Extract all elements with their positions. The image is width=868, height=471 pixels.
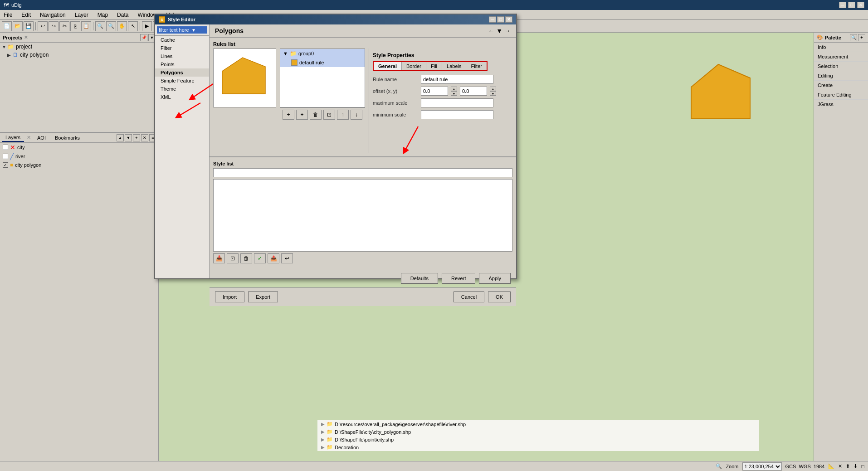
- layer-check-city[interactable]: [3, 145, 8, 150]
- tab-general[interactable]: General: [374, 62, 402, 70]
- filter-input-wrap[interactable]: ▼: [157, 26, 207, 34]
- offset-x-input[interactable]: [421, 87, 448, 96]
- nav-filter[interactable]: Filter: [155, 44, 209, 52]
- tab-aoi[interactable]: AOI: [34, 134, 49, 141]
- rule-name-input[interactable]: [421, 75, 493, 84]
- layer-add-btn[interactable]: +: [133, 134, 140, 141]
- revert-btn[interactable]: Revert: [442, 273, 475, 284]
- rule-dup-btn[interactable]: ⊡: [323, 110, 335, 120]
- toolbar-select[interactable]: ↖: [128, 21, 138, 31]
- rule-add-btn[interactable]: +: [296, 110, 308, 120]
- tab-bookmarks[interactable]: Bookmarks: [51, 134, 83, 141]
- palette-measurement[interactable]: Measurement: [814, 52, 868, 62]
- toolbar-save[interactable]: 💾: [24, 21, 34, 31]
- minimize-btn[interactable]: ─: [839, 2, 846, 8]
- rule-del-btn[interactable]: 🗑: [310, 110, 322, 120]
- rule-add-group-btn[interactable]: +: [283, 110, 294, 120]
- toolbar-undo[interactable]: ↩: [38, 21, 48, 31]
- spin-y-down[interactable]: ▼: [490, 91, 496, 96]
- menu-edit[interactable]: Edit: [20, 11, 33, 19]
- toolbar-play[interactable]: ▶: [142, 21, 152, 31]
- min-scale-input[interactable]: [421, 110, 493, 119]
- style-apply-btn[interactable]: ✓: [254, 253, 266, 263]
- menu-map[interactable]: Map: [96, 11, 110, 19]
- layer-check-city-polygon[interactable]: ✓: [3, 162, 8, 168]
- tree-project-root[interactable]: ▼ 📁 project: [0, 43, 158, 51]
- spin-up[interactable]: ▲: [451, 87, 457, 91]
- style-import-btn[interactable]: 📥: [213, 253, 225, 263]
- defaults-btn[interactable]: Defaults: [401, 273, 438, 284]
- spin-y-up[interactable]: ▲: [490, 87, 496, 91]
- apply-btn[interactable]: Apply: [479, 273, 511, 284]
- offset-y-spin[interactable]: ▲ ▼: [490, 87, 496, 96]
- style-reset-btn[interactable]: ↩: [281, 253, 293, 263]
- spin-down[interactable]: ▼: [451, 91, 457, 96]
- palette-editing[interactable]: Editing: [814, 71, 868, 81]
- rule-tree[interactable]: ▼ 📁 group0 default rule: [280, 49, 365, 107]
- palette-create[interactable]: Create: [814, 81, 868, 90]
- rule-down-btn[interactable]: ↓: [351, 110, 362, 120]
- tab-border[interactable]: Border: [402, 62, 426, 70]
- palette-info[interactable]: Info: [814, 43, 868, 52]
- forward-icon[interactable]: →: [504, 27, 511, 34]
- menu-file[interactable]: File: [2, 11, 14, 19]
- tab-layers[interactable]: Layers: [2, 134, 24, 142]
- maximize-btn[interactable]: □: [848, 2, 855, 8]
- nav-theme[interactable]: Theme: [155, 85, 209, 93]
- toolbar-zoom-out[interactable]: 🔍: [106, 21, 116, 31]
- toolbar-new[interactable]: 📄: [2, 21, 12, 31]
- toolbar-open[interactable]: 📂: [13, 21, 23, 31]
- nav-xml[interactable]: XML: [155, 93, 209, 101]
- import-btn[interactable]: Import: [215, 291, 244, 302]
- rule-up-btn[interactable]: ↑: [337, 110, 349, 120]
- toolbar-copy[interactable]: ⎘: [70, 21, 80, 31]
- dialog-maximize-btn[interactable]: □: [497, 16, 504, 23]
- offset-x-spin[interactable]: ▲ ▼: [451, 87, 457, 96]
- palette-jgrass[interactable]: JGrass: [814, 100, 868, 109]
- file-item-river[interactable]: ▶ 📁 D:\resources\overall_package\geoserv…: [317, 420, 759, 428]
- menu-navigation[interactable]: Navigation: [38, 11, 68, 19]
- toolbar-redo[interactable]: ↪: [49, 21, 59, 31]
- max-scale-input[interactable]: [421, 98, 493, 107]
- nav-simple-feature[interactable]: Simple Feature: [155, 77, 209, 85]
- style-list-input[interactable]: [213, 168, 512, 177]
- menu-data[interactable]: Data: [115, 11, 130, 19]
- projects-pin-btn[interactable]: 📌: [140, 34, 147, 41]
- toolbar-paste[interactable]: 📋: [81, 21, 91, 31]
- layer-down-btn[interactable]: ▼: [125, 134, 132, 141]
- rule-default[interactable]: default rule: [280, 58, 365, 67]
- palette-add-btn[interactable]: +: [858, 34, 865, 41]
- rule-group0[interactable]: ▼ 📁 group0: [280, 49, 365, 58]
- file-item-decoration[interactable]: ▶ 📁 Decoration: [317, 443, 759, 451]
- ok-btn[interactable]: OK: [488, 291, 511, 302]
- toolbar-cut[interactable]: ✂: [59, 21, 69, 31]
- menu-layer[interactable]: Layer: [73, 11, 90, 19]
- filter-input[interactable]: [159, 27, 190, 33]
- tab-fill[interactable]: Fill: [426, 62, 442, 70]
- layer-check-river[interactable]: [3, 154, 8, 159]
- style-export-btn[interactable]: 📤: [268, 253, 279, 263]
- file-item-city-polygon[interactable]: ▶ 📁 D:\ShapeFile\city\city_polygon.shp: [317, 428, 759, 436]
- file-item-point-city[interactable]: ▶ 📁 D:\ShapeFile\point\city.shp: [317, 436, 759, 443]
- palette-selection[interactable]: Selection: [814, 62, 868, 71]
- nav-polygons[interactable]: Polygons: [155, 68, 209, 77]
- nav-cache[interactable]: Cache: [155, 36, 209, 44]
- offset-y-input[interactable]: [460, 87, 487, 96]
- export-btn[interactable]: Export: [248, 291, 278, 302]
- dialog-minimize-btn[interactable]: ─: [489, 16, 496, 23]
- style-dup-btn[interactable]: ⊡: [227, 253, 239, 263]
- style-editor-dialog[interactable]: S Style Editor ─ □ ✕ ▼ Cache Filter: [154, 14, 517, 279]
- back-icon[interactable]: ←: [488, 27, 494, 34]
- dropdown-icon[interactable]: ▼: [496, 27, 502, 34]
- style-list-box[interactable]: [213, 179, 512, 252]
- style-del-btn[interactable]: 🗑: [240, 253, 252, 263]
- tab-filter[interactable]: Filter: [466, 62, 486, 70]
- tab-labels[interactable]: Labels: [442, 62, 466, 70]
- tree-city-polygon[interactable]: ▶ 🗒 city polygon: [5, 51, 158, 59]
- close-btn[interactable]: ✕: [857, 2, 864, 8]
- dialog-close-btn[interactable]: ✕: [505, 16, 512, 23]
- zoom-select[interactable]: 1:23,000,254: [742, 462, 782, 471]
- layer-del-btn[interactable]: ✕: [141, 134, 148, 141]
- layer-up-btn[interactable]: ▲: [117, 134, 124, 141]
- nav-points[interactable]: Points: [155, 60, 209, 68]
